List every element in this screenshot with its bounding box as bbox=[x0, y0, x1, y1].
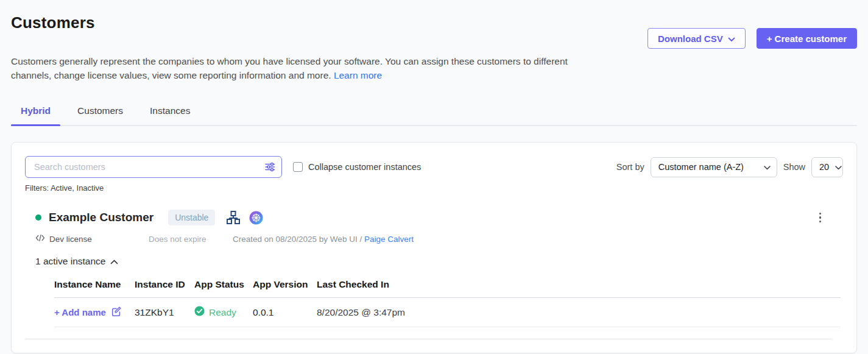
header-instance-id: Instance ID bbox=[135, 279, 194, 290]
page-header: Customers Download CSV + Create customer bbox=[11, 0, 857, 49]
last-checked-in-cell: 8/20/2025 @ 3:47pm bbox=[317, 307, 841, 318]
header-app-version: App Version bbox=[253, 279, 317, 290]
edit-icon[interactable] bbox=[111, 306, 122, 319]
add-name-button[interactable]: + Add name bbox=[54, 306, 122, 319]
page-description: Customers generally represent the compan… bbox=[11, 55, 599, 82]
active-status-dot bbox=[35, 214, 41, 221]
instances-table: Instance Name Instance ID App Status App… bbox=[54, 279, 841, 327]
app-status-cell: Ready bbox=[194, 306, 253, 319]
create-customer-button[interactable]: + Create customer bbox=[757, 28, 857, 49]
card-bottom-divider bbox=[25, 339, 832, 339]
app-version-cell: 0.0.1 bbox=[253, 307, 317, 318]
table-header-row: Instance Name Instance ID App Status App… bbox=[54, 279, 841, 298]
customer-menu-kebab-icon[interactable] bbox=[817, 210, 824, 225]
instance-name-cell: + Add name bbox=[54, 306, 135, 319]
search-input[interactable] bbox=[25, 156, 282, 178]
license-type-label: Dev license bbox=[49, 235, 92, 244]
description-text: Customers generally represent the compan… bbox=[11, 56, 568, 80]
active-filters-text: Filters: Active, Inactive bbox=[25, 183, 843, 193]
chevron-down-icon bbox=[764, 162, 771, 172]
download-csv-button[interactable]: Download CSV bbox=[647, 28, 746, 49]
collapse-instances-label: Collapse customer instances bbox=[308, 162, 421, 172]
chevron-up-icon bbox=[110, 256, 118, 267]
show-select-value: 20 bbox=[819, 162, 829, 172]
sort-select[interactable]: Customer name (A-Z) bbox=[651, 157, 777, 177]
created-text: Created on 08/20/2025 by Web UI / bbox=[233, 235, 362, 244]
channel-badge: Unstable bbox=[168, 210, 215, 225]
chevron-down-icon bbox=[728, 34, 735, 44]
tab-bar: Hybrid Customers Instances bbox=[11, 105, 857, 126]
download-csv-label: Download CSV bbox=[658, 34, 723, 44]
created-by-link[interactable]: Paige Calvert bbox=[364, 235, 414, 244]
customers-page: Customers Download CSV + Create customer… bbox=[0, 0, 868, 354]
learn-more-link[interactable]: Learn more bbox=[334, 70, 382, 80]
kubernetes-icon bbox=[249, 211, 263, 225]
check-circle-icon bbox=[194, 306, 205, 319]
app-status-label: Ready bbox=[209, 307, 236, 318]
filter-sliders-icon[interactable] bbox=[264, 161, 276, 175]
tab-hybrid[interactable]: Hybrid bbox=[11, 105, 60, 125]
license-expiry: Does not expire bbox=[149, 235, 233, 244]
table-row: + Add name 31ZKbY1 bbox=[54, 298, 841, 327]
instances-summary: 1 active instance bbox=[35, 256, 105, 267]
show-select[interactable]: 20 bbox=[811, 157, 843, 177]
show-label: Show bbox=[783, 162, 805, 172]
created-info: Created on 08/20/2025 by Web UI / Paige … bbox=[233, 235, 414, 244]
code-icon bbox=[35, 234, 45, 244]
customer-header: Example Customer Unstable bbox=[25, 210, 843, 225]
customer-name[interactable]: Example Customer bbox=[49, 211, 153, 224]
customers-card: Collapse customer instances Sort by Cust… bbox=[11, 142, 857, 353]
sort-select-value: Customer name (A-Z) bbox=[658, 162, 744, 172]
collapse-instances-checkbox[interactable] bbox=[293, 162, 303, 172]
sitemap-icon bbox=[226, 210, 241, 225]
header-last-checked-in: Last Checked In bbox=[317, 279, 841, 290]
tab-customers[interactable]: Customers bbox=[68, 105, 133, 125]
page-title: Customers bbox=[11, 13, 95, 32]
license-type: Dev license bbox=[35, 234, 149, 244]
tab-instances[interactable]: Instances bbox=[140, 105, 200, 125]
toolbar: Collapse customer instances Sort by Cust… bbox=[25, 156, 843, 178]
instances-toggle[interactable]: 1 active instance bbox=[35, 256, 118, 267]
instance-id-cell: 31ZKbY1 bbox=[135, 307, 194, 318]
license-row: Dev license Does not expire Created on 0… bbox=[35, 234, 843, 244]
toolbar-right: Sort by Customer name (A-Z) Show 20 bbox=[616, 157, 843, 177]
sort-by-label: Sort by bbox=[616, 162, 644, 172]
create-customer-label: + Create customer bbox=[767, 34, 847, 44]
collapse-instances-control: Collapse customer instances bbox=[293, 162, 421, 172]
add-name-label: + Add name bbox=[54, 307, 106, 317]
header-app-status: App Status bbox=[194, 279, 253, 290]
header-instance-name: Instance Name bbox=[54, 279, 135, 290]
header-actions: Download CSV + Create customer bbox=[647, 28, 857, 49]
search-wrap bbox=[25, 156, 282, 178]
chevron-down-icon bbox=[835, 162, 842, 172]
